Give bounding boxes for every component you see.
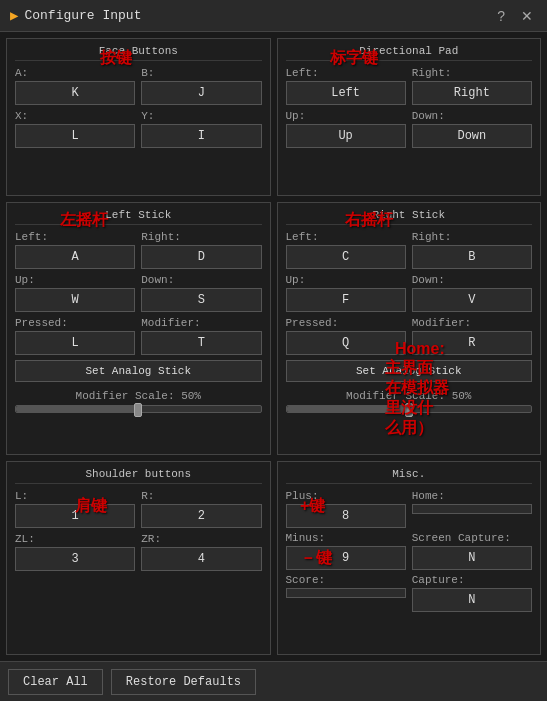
- dpad-title: Directional Pad: [286, 45, 533, 61]
- face-x-label: X:: [15, 110, 135, 122]
- rs-scale-row: Modifier Scale: 50%: [286, 390, 533, 413]
- ls-down-button[interactable]: S: [141, 288, 261, 312]
- rs-modifier-group: Modifier: R: [412, 317, 532, 355]
- ls-left-group: Left: A: [15, 231, 135, 269]
- misc-capture-button[interactable]: N: [412, 588, 532, 612]
- rs-right-button[interactable]: B: [412, 245, 532, 269]
- rs-modifier-button[interactable]: R: [412, 331, 532, 355]
- misc-screencap-group: Screen Capture: N: [412, 532, 532, 570]
- shoulder-zr-button[interactable]: 4: [141, 547, 261, 571]
- rs-set-analog-button[interactable]: Set Analog Stick: [286, 360, 533, 382]
- ls-modifier-button[interactable]: T: [141, 331, 261, 355]
- ls-down-label: Down:: [141, 274, 261, 286]
- misc-score-button[interactable]: [286, 588, 406, 598]
- shoulder-zl-button[interactable]: 3: [15, 547, 135, 571]
- clear-all-button[interactable]: Clear All: [8, 669, 103, 695]
- ls-pressed-label: Pressed:: [15, 317, 135, 329]
- ls-set-analog-button[interactable]: Set Analog Stick: [15, 360, 262, 382]
- rs-down-button[interactable]: V: [412, 288, 532, 312]
- ls-down-group: Down: S: [141, 274, 261, 312]
- right-stick-title: Right Stick: [286, 209, 533, 225]
- ls-pressed-button[interactable]: L: [15, 331, 135, 355]
- dpad-lr-row: Left: Left Right: Right: [286, 67, 533, 105]
- face-x-group: X: L: [15, 110, 135, 148]
- close-button[interactable]: ✕: [517, 8, 537, 24]
- rs-down-group: Down: V: [412, 274, 532, 312]
- ls-modifier-label: Modifier:: [141, 317, 261, 329]
- ls-left-button[interactable]: A: [15, 245, 135, 269]
- ls-up-button[interactable]: W: [15, 288, 135, 312]
- misc-plus-button[interactable]: 8: [286, 504, 406, 528]
- rs-up-label: Up:: [286, 274, 406, 286]
- face-a-group: A: K: [15, 67, 135, 105]
- shoulder-r-label: R:: [141, 490, 261, 502]
- ls-left-label: Left:: [15, 231, 135, 243]
- shoulder-r-button[interactable]: 2: [141, 504, 261, 528]
- dpad-right-button[interactable]: Right: [412, 81, 532, 105]
- face-a-button[interactable]: K: [15, 81, 135, 105]
- ls-up-label: Up:: [15, 274, 135, 286]
- rs-modifier-label: Modifier:: [412, 317, 532, 329]
- dpad-left-button[interactable]: Left: [286, 81, 406, 105]
- dpad-left-label: Left:: [286, 67, 406, 79]
- misc-score-group: Score:: [286, 574, 406, 612]
- dpad-panel: Directional Pad Left: Left Right: Right …: [277, 38, 542, 196]
- ls-right-button[interactable]: D: [141, 245, 261, 269]
- ls-scale-label: Modifier Scale: 50%: [15, 390, 262, 402]
- misc-plus-label: Plus:: [286, 490, 406, 502]
- left-stick-panel: Left Stick Left: A Right: D Up: W Down: …: [6, 202, 271, 456]
- rs-left-button[interactable]: C: [286, 245, 406, 269]
- app-icon: ▶: [10, 7, 18, 24]
- misc-screencap-button[interactable]: N: [412, 546, 532, 570]
- rs-pressed-button[interactable]: Q: [286, 331, 406, 355]
- shoulder-zl-group: ZL: 3: [15, 533, 135, 571]
- rs-ud-row: Up: F Down: V: [286, 274, 533, 312]
- shoulder-l-button[interactable]: 1: [15, 504, 135, 528]
- face-xy-row: X: L Y: I: [15, 110, 262, 148]
- misc-minus-group: Minus: 9: [286, 532, 406, 570]
- rs-up-group: Up: F: [286, 274, 406, 312]
- dpad-ud-row: Up: Up Down: Down: [286, 110, 533, 148]
- face-buttons-panel: Face Buttons A: K B: J X: L Y: I: [6, 38, 271, 196]
- rs-right-label: Right:: [412, 231, 532, 243]
- misc-home-group: Home:: [412, 490, 532, 528]
- shoulder-buttons-panel: Shoulder buttons L: 1 R: 2 ZL: 3 ZR: 4: [6, 461, 271, 655]
- face-y-group: Y: I: [141, 110, 261, 148]
- ls-modifier-group: Modifier: T: [141, 317, 261, 355]
- misc-title: Misc.: [286, 468, 533, 484]
- shoulder-buttons-title: Shoulder buttons: [15, 468, 262, 484]
- restore-defaults-button[interactable]: Restore Defaults: [111, 669, 256, 695]
- misc-home-button[interactable]: [412, 504, 532, 514]
- help-button[interactable]: ?: [493, 8, 509, 24]
- shoulder-zr-group: ZR: 4: [141, 533, 261, 571]
- rs-pressed-label: Pressed:: [286, 317, 406, 329]
- shoulder-zlzr-row: ZL: 3 ZR: 4: [15, 533, 262, 571]
- rs-scale-label: Modifier Scale: 50%: [286, 390, 533, 402]
- ls-scale-slider[interactable]: [15, 405, 262, 413]
- rs-scale-slider[interactable]: [286, 405, 533, 413]
- ls-ud-row: Up: W Down: S: [15, 274, 262, 312]
- misc-minus-button[interactable]: 9: [286, 546, 406, 570]
- right-stick-panel: Right Stick Left: C Right: B Up: F Down:…: [277, 202, 542, 456]
- rs-up-button[interactable]: F: [286, 288, 406, 312]
- rs-right-group: Right: B: [412, 231, 532, 269]
- face-b-label: B:: [141, 67, 261, 79]
- window-title: Configure Input: [24, 8, 141, 23]
- face-b-button[interactable]: J: [141, 81, 261, 105]
- rs-left-label: Left:: [286, 231, 406, 243]
- face-ab-row: A: K B: J: [15, 67, 262, 105]
- dpad-up-group: Up: Up: [286, 110, 406, 148]
- shoulder-lr-row: L: 1 R: 2: [15, 490, 262, 528]
- face-x-button[interactable]: L: [15, 124, 135, 148]
- misc-home-label: Home:: [412, 490, 532, 502]
- dpad-up-button[interactable]: Up: [286, 124, 406, 148]
- face-y-label: Y:: [141, 110, 261, 122]
- misc-score-label: Score:: [286, 574, 406, 586]
- ls-right-label: Right:: [141, 231, 261, 243]
- shoulder-r-group: R: 2: [141, 490, 261, 528]
- rs-pm-row: Pressed: Q Modifier: R: [286, 317, 533, 355]
- misc-capture-label: Capture:: [412, 574, 532, 586]
- face-y-button[interactable]: I: [141, 124, 261, 148]
- misc-minus-label: Minus:: [286, 532, 406, 544]
- dpad-down-button[interactable]: Down: [412, 124, 532, 148]
